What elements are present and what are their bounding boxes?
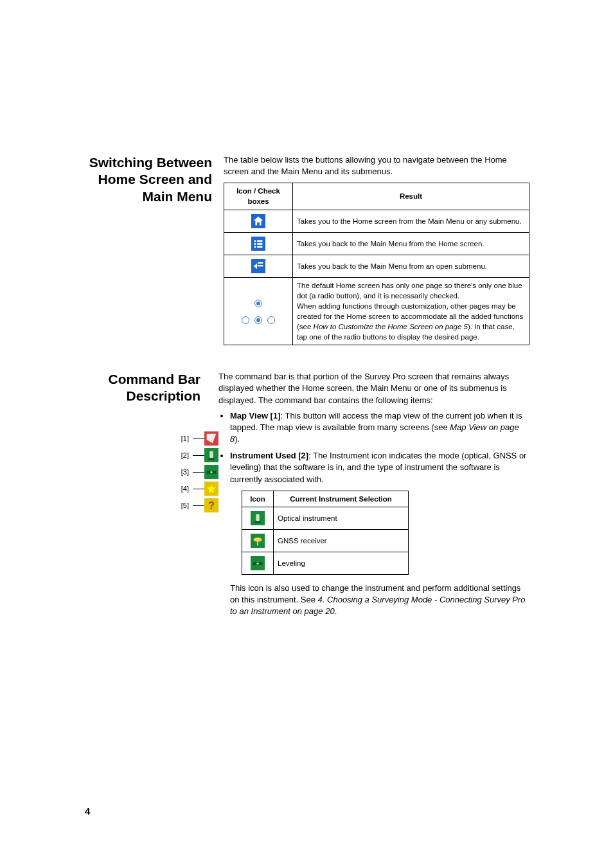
svg-rect-22 — [256, 514, 260, 521]
radio-empty-icon — [242, 316, 249, 324]
star-icon — [204, 482, 218, 496]
svg-rect-14 — [208, 458, 214, 460]
bullet-mapview: Map View [1]: This button will access th… — [230, 410, 529, 446]
nav-result-2: Takes you back to the Main Menu from the… — [293, 232, 529, 255]
list-icon-cell — [224, 232, 293, 255]
section-switching: Switching Between Home Screen and Main M… — [84, 154, 529, 345]
table-row: Takes you back to the Main Menu from the… — [224, 232, 529, 255]
svg-rect-23 — [254, 521, 260, 523]
svg-rect-10 — [258, 265, 263, 266]
svg-rect-5 — [257, 243, 262, 245]
nav-th-icon: Icon / Check boxes — [224, 183, 293, 210]
svg-point-29 — [256, 563, 259, 565]
svg-rect-4 — [254, 243, 256, 245]
svg-rect-2 — [254, 240, 256, 242]
table-row: Takes you back to the Main Menu from an … — [224, 255, 529, 277]
callout-5: [5] ? — [181, 497, 218, 514]
heading-switching: Switching Between Home Screen and Main M… — [84, 154, 224, 345]
back-icon-cell — [224, 255, 293, 277]
instrument-table: Icon Current Instrument Selection Optica… — [242, 491, 409, 575]
intro-commandbar: The command bar is that portion of the S… — [218, 371, 529, 406]
svg-text:?: ? — [208, 500, 215, 512]
gnss-icon — [251, 534, 265, 548]
bullet-list: Map View [1]: This button will access th… — [218, 410, 529, 618]
intro-switching: The table below lists the buttons allowi… — [224, 154, 529, 177]
callout-3: [3] — [181, 464, 218, 480]
help-icon: ? — [204, 498, 218, 512]
nav-result-4: The default Home screen has only one pag… — [293, 277, 529, 345]
svg-rect-3 — [257, 240, 262, 242]
nav-th-result: Result — [293, 183, 529, 210]
instr-optical: Optical instrument — [274, 507, 409, 529]
instr-gnss: GNSS receiver — [274, 529, 409, 552]
radio-single-icon — [254, 300, 262, 307]
leveling-icon — [251, 556, 265, 570]
table-row: Takes you to the Home screen from the Ma… — [224, 210, 529, 232]
svg-rect-7 — [257, 246, 262, 248]
home-icon — [251, 214, 265, 228]
radio-filled-icon — [254, 316, 262, 324]
table-row: Optical instrument — [242, 507, 409, 529]
table-row: The default Home screen has only one pag… — [224, 277, 529, 345]
optical-icon-cell — [242, 507, 274, 529]
callout-1: [1] — [181, 430, 218, 447]
svg-rect-9 — [258, 262, 263, 263]
svg-rect-6 — [254, 246, 256, 248]
leveling-callout-icon — [204, 465, 218, 479]
instr-para2: This icon is also used to change the ins… — [230, 583, 529, 618]
nav-result-1: Takes you to the Home screen from the Ma… — [293, 210, 529, 232]
back-arrow-icon — [251, 259, 265, 273]
bullet-instrument: Instrument Used [2]: The Instrument icon… — [230, 450, 529, 617]
nav-result-3: Takes you back to the Main Menu from an … — [293, 255, 529, 277]
callout-stack: [1] [2] [3] [4] [5] ? — [181, 430, 218, 514]
home-icon-cell — [224, 210, 293, 232]
instr-th-icon: Icon — [242, 491, 274, 507]
instr-leveling: Leveling — [274, 552, 409, 574]
content-switching: The table below lists the buttons allowi… — [224, 154, 529, 345]
radio-empty-icon — [267, 316, 275, 324]
table-row: Leveling — [242, 552, 409, 574]
section-commandbar: Command Bar Description [1] [2] [3] [4] — [84, 371, 529, 622]
nav4-ital: How to Customize the Home Screen on page… — [314, 323, 468, 330]
radio-icon-cell — [224, 277, 293, 345]
svg-rect-26 — [257, 540, 258, 545]
svg-rect-13 — [209, 451, 213, 458]
page-number: 4 — [85, 806, 90, 817]
callout-2: [2] — [181, 447, 218, 464]
instr-th-sel: Current Instrument Selection — [274, 491, 409, 507]
callouts-column: Command Bar Description [1] [2] [3] [4] — [84, 371, 218, 622]
table-row: GNSS receiver — [242, 529, 409, 552]
callout-4: [4] — [181, 480, 218, 497]
nav-table: Icon / Check boxes Result Takes you to t… — [224, 183, 529, 345]
leveling-icon-cell — [242, 552, 274, 574]
instrument-icon — [204, 448, 218, 462]
svg-point-17 — [210, 471, 213, 474]
content-commandbar: The command bar is that portion of the S… — [218, 371, 529, 622]
list-icon — [251, 237, 265, 251]
map-view-icon — [204, 431, 218, 446]
heading-commandbar: Command Bar Description — [84, 371, 212, 405]
optical-icon — [251, 511, 265, 525]
gnss-icon-cell — [242, 529, 274, 552]
